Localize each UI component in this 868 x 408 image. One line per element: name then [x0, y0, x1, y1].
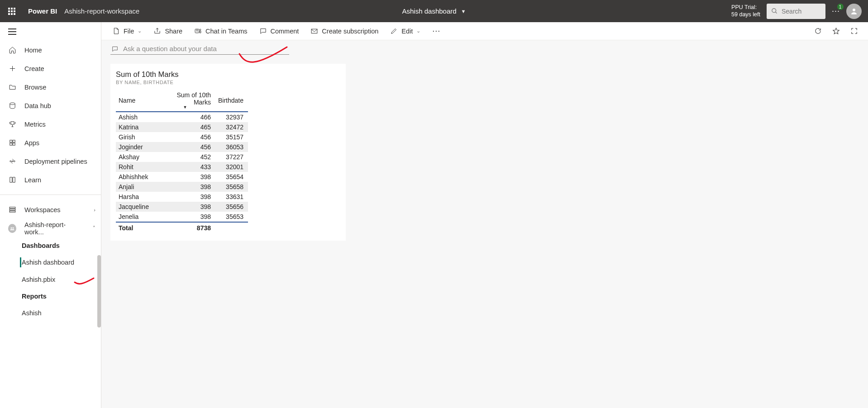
svg-point-18: [200, 29, 201, 30]
chevron-up-icon: ˄: [93, 225, 95, 231]
section-reports: Reports: [0, 288, 101, 304]
nav-apps[interactable]: Apps: [0, 133, 101, 152]
chevron-down-icon: ▼: [461, 9, 466, 14]
table-row[interactable]: Ashish46632937: [116, 112, 248, 122]
share-button[interactable]: Share: [149, 22, 187, 40]
favorite-button[interactable]: [828, 27, 844, 35]
nav-metrics[interactable]: Metrics: [0, 115, 101, 133]
nav-current-workspace[interactable]: Ashish-report-work... ˄: [0, 219, 101, 237]
nav-label: Browse: [24, 84, 46, 91]
notification-badge: 1: [837, 4, 844, 10]
breadcrumb-workspace[interactable]: Ashish-report-workspace: [64, 7, 139, 15]
edit-menu[interactable]: Edit ⌄: [386, 22, 425, 40]
svg-rect-19: [311, 29, 317, 33]
search-input[interactable]: [782, 8, 818, 15]
dashboard-title-dropdown[interactable]: Ashish dashboard ▼: [402, 7, 466, 15]
refresh-button[interactable]: [810, 27, 825, 35]
table-row[interactable]: Jenelia39835653: [116, 212, 248, 222]
subscription-button[interactable]: Create subscription: [306, 22, 383, 40]
main-content: File ⌄ Share Chat in Teams Comment Creat…: [101, 22, 868, 408]
svg-point-15: [11, 227, 12, 228]
cell-birth: 37227: [215, 152, 248, 162]
nav-label: Learn: [24, 176, 41, 184]
file-icon: [112, 27, 120, 35]
nav-label: Create: [24, 65, 44, 72]
account-avatar[interactable]: [846, 4, 862, 19]
table-row[interactable]: Rohit43332001: [116, 162, 248, 172]
cell-marks: 398: [157, 202, 215, 212]
nav-pipelines[interactable]: Deployment pipelines: [0, 152, 101, 171]
cell-marks: 466: [157, 112, 215, 122]
nav-label: Metrics: [24, 121, 46, 128]
cell-marks: 452: [157, 152, 215, 162]
cell-marks: 465: [157, 122, 215, 132]
sidebar-scrollbar[interactable]: [97, 255, 101, 327]
cell-birth: 36053: [215, 142, 248, 152]
dashboard-toolbar: File ⌄ Share Chat in Teams Comment Creat…: [101, 22, 868, 40]
table-row[interactable]: Jacqueline39835656: [116, 202, 248, 212]
section-dashboards: Dashboards: [0, 237, 101, 254]
global-search[interactable]: [767, 4, 825, 19]
pencil-icon: [390, 27, 398, 35]
tree-item-report[interactable]: Ashish: [0, 304, 101, 322]
nav-collapse-toggle[interactable]: [0, 22, 101, 41]
total-value: 8738: [157, 222, 215, 233]
plus-icon: [9, 65, 16, 72]
table-row[interactable]: Joginder45636053: [116, 142, 248, 152]
svg-point-2: [853, 9, 855, 11]
data-table: Name Sum of 10th Marks ▼ Birthdate Ashis…: [116, 90, 248, 233]
nav-label: Ashish-report-work...: [24, 221, 85, 236]
nav-create[interactable]: Create: [0, 59, 101, 78]
svg-point-0: [772, 9, 776, 13]
qna-input[interactable]: Ask a question about your data: [110, 44, 289, 55]
nav-label: Data hub: [24, 102, 51, 109]
nav-data-hub[interactable]: Data hub: [0, 96, 101, 115]
cell-birth: 35656: [215, 202, 248, 212]
table-row[interactable]: Girish45635157: [116, 132, 248, 142]
svg-line-1: [775, 12, 777, 13]
table-row[interactable]: Abhishhek39835654: [116, 172, 248, 182]
cell-marks: 456: [157, 132, 215, 142]
cell-birth: 32472: [215, 122, 248, 132]
cell-birth: 33631: [215, 192, 248, 202]
cell-name: Jenelia: [116, 212, 157, 222]
col-marks[interactable]: Sum of 10th Marks ▼: [157, 90, 215, 112]
nav-label: Apps: [24, 139, 39, 147]
mail-icon: [310, 27, 318, 35]
fullscreen-button[interactable]: [846, 27, 862, 35]
file-menu[interactable]: File ⌄: [108, 22, 146, 40]
chevron-down-icon: ⌄: [416, 28, 420, 34]
workspaces-icon: [9, 206, 16, 213]
svg-rect-12: [10, 207, 15, 209]
svg-point-5: [10, 103, 14, 104]
cell-marks: 398: [157, 192, 215, 202]
cell-birth: 32001: [215, 162, 248, 172]
tree-item-dashboard[interactable]: Ashish.pbix: [0, 271, 101, 288]
cell-name: Jacqueline: [116, 202, 157, 212]
chat-teams-button[interactable]: Chat in Teams: [190, 22, 252, 40]
app-launcher-icon[interactable]: [8, 8, 15, 15]
table-row[interactable]: Akshay45237227: [116, 152, 248, 162]
nav-learn[interactable]: Learn: [0, 171, 101, 189]
col-name[interactable]: Name: [116, 90, 157, 112]
nav-home[interactable]: Home: [0, 41, 101, 59]
nav-workspaces[interactable]: Workspaces ›: [0, 200, 101, 219]
tree-item-dashboard-active[interactable]: Ashish dashboard: [0, 254, 101, 271]
table-row[interactable]: Katrina46532472: [116, 122, 248, 132]
svg-rect-8: [10, 143, 12, 145]
table-row[interactable]: Harsha39833631: [116, 192, 248, 202]
pipeline-icon: [9, 157, 16, 165]
table-row[interactable]: Anjali39835658: [116, 182, 248, 192]
product-brand[interactable]: Power BI: [28, 7, 57, 15]
cell-name: Girish: [116, 132, 157, 142]
more-options-button[interactable]: ··· 1: [832, 6, 840, 16]
comment-button[interactable]: Comment: [255, 22, 304, 40]
trophy-icon: [9, 120, 16, 128]
dashboard-tile[interactable]: Sum of 10th Marks BY NAME, BIRTHDATE Nam…: [110, 64, 346, 241]
svg-point-16: [13, 227, 14, 228]
cell-name: Abhishhek: [116, 172, 157, 182]
workspace-avatar-icon: [8, 224, 16, 233]
nav-browse[interactable]: Browse: [0, 78, 101, 96]
more-toolbar-button[interactable]: ···: [428, 22, 445, 40]
col-birthdate[interactable]: Birthdate: [215, 90, 248, 112]
